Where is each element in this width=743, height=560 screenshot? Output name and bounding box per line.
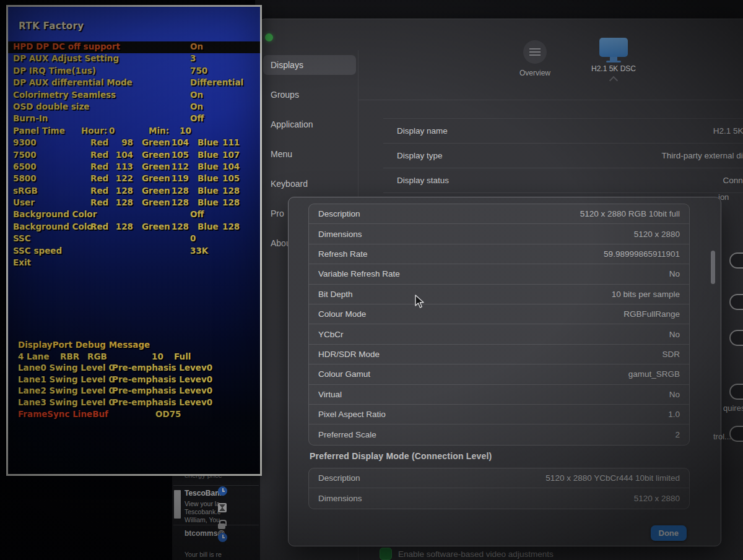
osd-menu-item[interactable]: DP AUX differential Mode Differential bbox=[8, 77, 260, 89]
osd-color-preset-row[interactable]: sRGB Red 128 Green 128 Blue 128 bbox=[8, 186, 260, 197]
mode-detail-row: Dimensions 5120 x 2880 bbox=[309, 488, 689, 508]
osd-menu-item-value: 3 bbox=[190, 53, 196, 63]
sidebar-item[interactable]: Keyboard bbox=[263, 174, 356, 194]
display-info-list: Display name H2.1 5K D Display type Thir… bbox=[383, 118, 743, 193]
window-control-green[interactable] bbox=[265, 33, 273, 41]
preset-name: User bbox=[13, 197, 35, 207]
tab-overview[interactable]: Overview bbox=[512, 40, 558, 77]
mode-detail-value: 2 bbox=[675, 430, 680, 439]
osd-menu-item-value: 750 bbox=[190, 66, 207, 75]
green-label: Green bbox=[142, 173, 170, 183]
osd-color-preset-row[interactable]: 9300 Red 98 Green 104 Blue 111 bbox=[8, 137, 260, 149]
mode-detail-label: Virtual bbox=[318, 390, 342, 399]
osd-menu-item-label: Colorimetry Seamless bbox=[13, 90, 116, 100]
osd-color-preset-row[interactable]: 6500 Red 113 Green 112 Blue 104 bbox=[8, 162, 260, 173]
osd-color-preset-row[interactable]: 7500 Red 104 Green 105 Blue 107 bbox=[8, 150, 260, 162]
info-row-value: Connec bbox=[723, 168, 743, 193]
osd-menu-item[interactable]: SSC 0 bbox=[8, 233, 260, 245]
toggle-switch[interactable] bbox=[729, 330, 743, 346]
toggle-switch[interactable] bbox=[729, 294, 743, 310]
browser-link[interactable]: William, You bbox=[185, 516, 220, 523]
mode-detail-label: Colour Mode bbox=[318, 309, 366, 319]
osd-menu-item[interactable]: DP IRQ Time(1us) 750 bbox=[8, 66, 260, 77]
osd-menu-item-label: OSD double size bbox=[13, 101, 89, 111]
mode-detail-row: Description 5120 x 2880 YCbCr444 10bit l… bbox=[309, 468, 689, 488]
hour-label: Hour: bbox=[81, 126, 107, 136]
red-label: Red bbox=[90, 173, 108, 183]
lane-swing: Lane0 Swing Level 0 bbox=[18, 363, 115, 373]
toggle-switch[interactable] bbox=[729, 426, 743, 442]
green-value: 128 bbox=[167, 186, 189, 196]
mode-detail-value: No bbox=[669, 390, 680, 399]
blue-value: 107 bbox=[222, 150, 240, 160]
mode-detail-label: Description bbox=[318, 473, 360, 483]
osd-menu-item-label: DP IRQ Time(1us) bbox=[13, 66, 96, 75]
mode-detail-value: 10 bits per sample bbox=[612, 290, 680, 299]
done-button[interactable]: Done bbox=[651, 525, 687, 541]
osd-menu-item[interactable]: SSC speed 33K bbox=[8, 246, 260, 257]
mode-detail-value: 5120 x 2880 bbox=[634, 494, 680, 503]
browser-link[interactable]: Your bill is re bbox=[185, 551, 222, 558]
pixel-format: RGB bbox=[87, 351, 107, 361]
green-value: 119 bbox=[167, 173, 189, 183]
sidebar-item[interactable]: Menu bbox=[263, 144, 356, 164]
mode-detail-label: HDR/SDR Mode bbox=[318, 350, 380, 359]
divider bbox=[173, 485, 259, 486]
monitor-osd-panel: RTK Factory HPD DP DC off support On DP … bbox=[6, 5, 262, 476]
blue-value: 128 bbox=[222, 197, 240, 207]
toggle-switch[interactable] bbox=[729, 384, 743, 400]
osd-bg-color-rgb-row[interactable]: Background Color Red 128 Green 128 Blue … bbox=[8, 222, 260, 233]
hourglass-icon bbox=[218, 503, 227, 512]
sidebar-item[interactable]: Displays bbox=[263, 55, 356, 75]
modal-scrollbar-thumb[interactable] bbox=[711, 251, 715, 284]
browser-link[interactable]: View your la bbox=[185, 500, 220, 507]
sidebar-item[interactable]: Application bbox=[263, 114, 356, 134]
info-row-value: H2.1 5K D bbox=[713, 119, 743, 144]
toggle-switch[interactable] bbox=[729, 252, 743, 269]
osd-menu-item[interactable]: DP AUX Adjust Setting 3 bbox=[8, 53, 260, 65]
mode-detail-row: Colour Gamut gamut_SRGB bbox=[309, 364, 689, 384]
blue-label: Blue bbox=[198, 137, 219, 147]
preset-name: 7500 bbox=[13, 150, 37, 160]
browser-link[interactable]: Tescobank.c bbox=[185, 508, 220, 515]
sidebar-item-label: Keyboard bbox=[271, 179, 308, 189]
osd-menu-item-label: Exit bbox=[13, 257, 31, 267]
osd-menu-item[interactable]: Burn-In Off bbox=[8, 113, 260, 125]
mode-detail-label: Preferred Scale bbox=[318, 430, 376, 439]
video-adjustments-icon bbox=[380, 548, 392, 560]
osd-color-preset-row[interactable]: User Red 128 Green 128 Blue 128 bbox=[8, 197, 260, 209]
mode-detail-label: Variable Refresh Rate bbox=[318, 269, 400, 278]
display-info-row: Display type Third-party external disp bbox=[383, 144, 743, 168]
osd-panel-time-row[interactable]: Panel Time Hour: 0 Min: 10 bbox=[8, 126, 260, 137]
mode-detail-row: Dimensions 5120 x 2880 bbox=[309, 224, 689, 244]
osd-menu-item-value: 0 bbox=[190, 233, 196, 243]
osd-exit-item[interactable]: Exit bbox=[8, 257, 260, 269]
osd-menu-item-label: Background Color bbox=[13, 209, 97, 219]
page-thumbnail bbox=[174, 490, 181, 519]
mode-detail-label: Colour Gamut bbox=[318, 369, 370, 379]
lane-preemphasis: Pre-emphasis Levev0 bbox=[112, 374, 212, 384]
osd-menu-item-label: DP AUX Adjust Setting bbox=[13, 53, 119, 63]
link-rate: RBR bbox=[60, 351, 79, 361]
osd-menu-item[interactable]: Background Color Off bbox=[8, 209, 260, 221]
osd-debug-lane-row: Lane0 Swing Level 0 Pre-emphasis Levev0 bbox=[8, 363, 260, 374]
osd-color-preset-row[interactable]: 5800 Red 122 Green 119 Blue 105 bbox=[8, 173, 260, 185]
mode-detail-row: Pixel Aspect Ratio 1.0 bbox=[309, 405, 689, 424]
osd-menu-item[interactable]: HPD DP DC off support On bbox=[8, 41, 260, 53]
red-label: Red bbox=[90, 222, 108, 231]
mode-detail-row: Colour Mode RGBFullRange bbox=[309, 304, 689, 324]
sidebar-item[interactable]: Groups bbox=[263, 85, 356, 105]
blue-value: 111 bbox=[222, 137, 240, 147]
osd-menu-item[interactable]: Colorimetry Seamless On bbox=[8, 90, 260, 101]
osd-debug-lane-row: Lane2 Swing Level 0 Pre-emphasis Levev0 bbox=[8, 386, 260, 397]
video-adjustments-row[interactable]: Enable software-based video adjustments bbox=[380, 548, 554, 560]
blue-value: 128 bbox=[222, 222, 240, 231]
preset-name: 5800 bbox=[13, 173, 37, 183]
osd-menu-item-label: SSC bbox=[13, 233, 31, 243]
clock-icon bbox=[218, 486, 227, 496]
tab-display-h21-5k-dsc[interactable]: H2.1 5K DSC bbox=[586, 38, 641, 84]
green-label: Green bbox=[142, 197, 170, 207]
blue-value: 105 bbox=[222, 173, 240, 183]
osd-menu-item[interactable]: OSD double size On bbox=[8, 101, 260, 113]
lane-swing: Lane3 Swing Level 0 bbox=[18, 397, 115, 407]
